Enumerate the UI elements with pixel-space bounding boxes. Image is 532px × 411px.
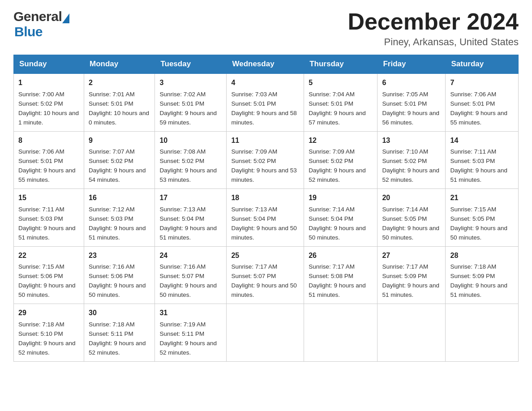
day-number: 20	[382, 193, 441, 204]
day-number: 8	[18, 135, 79, 146]
day-number: 17	[159, 193, 222, 204]
col-header-friday: Friday	[378, 55, 446, 74]
day-number: 10	[159, 135, 222, 146]
day-number: 11	[231, 135, 299, 146]
sunset-text: Sunset: 5:04 PM	[159, 215, 204, 222]
daylight-text: Daylight: 9 hours and 52 minutes.	[18, 340, 76, 356]
calendar-table: SundayMondayTuesdayWednesdayThursdayFrid…	[13, 55, 519, 361]
sunset-text: Sunset: 5:01 PM	[89, 100, 133, 107]
col-header-wednesday: Wednesday	[227, 55, 304, 74]
calendar-cell: 16Sunrise: 7:12 AMSunset: 5:03 PMDayligh…	[84, 189, 155, 246]
sunrise-text: Sunrise: 7:06 AM	[18, 148, 64, 155]
day-number: 29	[18, 308, 79, 319]
daylight-text: Daylight: 9 hours and 50 minutes.	[89, 282, 146, 298]
calendar-cell: 18Sunrise: 7:13 AMSunset: 5:04 PMDayligh…	[227, 189, 304, 246]
logo-blue-text: Blue	[14, 24, 43, 39]
calendar-cell: 30Sunrise: 7:18 AMSunset: 5:11 PMDayligh…	[84, 304, 155, 361]
day-number: 24	[159, 250, 222, 261]
logo-general-text: General	[13, 9, 62, 24]
day-number: 6	[382, 77, 441, 89]
col-header-saturday: Saturday	[446, 55, 519, 74]
page-title: December 2024	[348, 9, 519, 34]
calendar-cell: 25Sunrise: 7:17 AMSunset: 5:07 PMDayligh…	[227, 246, 304, 304]
sunrise-text: Sunrise: 7:16 AM	[159, 263, 206, 270]
day-number: 19	[309, 193, 373, 204]
sunset-text: Sunset: 5:04 PM	[231, 215, 276, 222]
page-subtitle: Piney, Arkansas, United States	[348, 36, 519, 48]
day-number: 26	[309, 250, 373, 261]
daylight-text: Daylight: 9 hours and 50 minutes.	[231, 225, 296, 241]
sunrise-text: Sunrise: 7:18 AM	[89, 321, 135, 328]
col-header-monday: Monday	[84, 55, 155, 74]
sunset-text: Sunset: 5:02 PM	[231, 158, 276, 164]
daylight-text: Daylight: 9 hours and 50 minutes.	[231, 282, 296, 298]
day-number: 16	[89, 193, 150, 204]
sunrise-text: Sunrise: 7:11 AM	[18, 206, 64, 213]
sunrise-text: Sunrise: 7:10 AM	[382, 148, 428, 155]
calendar-cell: 14Sunrise: 7:11 AMSunset: 5:03 PMDayligh…	[446, 131, 519, 188]
sunset-text: Sunset: 5:09 PM	[382, 273, 427, 279]
sunset-text: Sunset: 5:01 PM	[382, 100, 427, 107]
sunset-text: Sunset: 5:11 PM	[89, 330, 133, 337]
daylight-text: Daylight: 9 hours and 50 minutes.	[18, 282, 76, 298]
calendar-header-row: SundayMondayTuesdayWednesdayThursdayFrid…	[14, 55, 519, 74]
day-number: 23	[89, 250, 150, 261]
daylight-text: Daylight: 9 hours and 50 minutes.	[450, 225, 507, 241]
sunrise-text: Sunrise: 7:13 AM	[231, 206, 277, 213]
calendar-cell: 17Sunrise: 7:13 AMSunset: 5:04 PMDayligh…	[155, 189, 227, 246]
sunrise-text: Sunrise: 7:06 AM	[450, 91, 496, 98]
calendar-cell: 8Sunrise: 7:06 AMSunset: 5:01 PMDaylight…	[14, 131, 84, 188]
day-number: 25	[231, 250, 299, 261]
page-header: General Blue December 2024 Piney, Arkans…	[13, 9, 519, 48]
sunrise-text: Sunrise: 7:16 AM	[89, 263, 135, 270]
daylight-text: Daylight: 9 hours and 50 minutes.	[382, 225, 439, 241]
calendar-cell: 20Sunrise: 7:14 AMSunset: 5:05 PMDayligh…	[378, 189, 446, 246]
day-number: 21	[450, 193, 514, 204]
daylight-text: Daylight: 9 hours and 57 minutes.	[309, 110, 366, 126]
calendar-cell: 19Sunrise: 7:14 AMSunset: 5:04 PMDayligh…	[304, 189, 378, 246]
sunrise-text: Sunrise: 7:01 AM	[89, 91, 135, 98]
daylight-text: Daylight: 9 hours and 52 minutes.	[309, 167, 366, 183]
daylight-text: Daylight: 9 hours and 58 minutes.	[231, 110, 296, 126]
day-number: 9	[89, 135, 150, 146]
sunrise-text: Sunrise: 7:18 AM	[450, 263, 496, 270]
sunset-text: Sunset: 5:03 PM	[89, 215, 133, 222]
sunset-text: Sunset: 5:01 PM	[450, 100, 495, 107]
calendar-cell: 13Sunrise: 7:10 AMSunset: 5:02 PMDayligh…	[378, 131, 446, 188]
calendar-cell	[304, 304, 378, 361]
col-header-thursday: Thursday	[304, 55, 378, 74]
daylight-text: Daylight: 9 hours and 51 minutes.	[450, 282, 507, 298]
sunset-text: Sunset: 5:04 PM	[309, 215, 353, 222]
day-number: 30	[89, 308, 150, 319]
day-number: 2	[89, 77, 150, 89]
sunset-text: Sunset: 5:10 PM	[18, 330, 63, 337]
day-number: 12	[309, 135, 373, 146]
calendar-week-row: 8Sunrise: 7:06 AMSunset: 5:01 PMDaylight…	[14, 131, 519, 188]
calendar-cell: 26Sunrise: 7:17 AMSunset: 5:08 PMDayligh…	[304, 246, 378, 304]
sunset-text: Sunset: 5:01 PM	[231, 100, 276, 107]
daylight-text: Daylight: 9 hours and 56 minutes.	[382, 110, 439, 126]
logo: General Blue	[13, 9, 69, 39]
sunset-text: Sunset: 5:06 PM	[18, 273, 63, 279]
calendar-cell: 31Sunrise: 7:19 AMSunset: 5:11 PMDayligh…	[155, 304, 227, 361]
col-header-sunday: Sunday	[14, 55, 84, 74]
calendar-cell	[227, 304, 304, 361]
daylight-text: Daylight: 9 hours and 51 minutes.	[18, 225, 76, 241]
calendar-cell: 23Sunrise: 7:16 AMSunset: 5:06 PMDayligh…	[84, 246, 155, 304]
calendar-cell: 15Sunrise: 7:11 AMSunset: 5:03 PMDayligh…	[14, 189, 84, 246]
calendar-cell: 11Sunrise: 7:09 AMSunset: 5:02 PMDayligh…	[227, 131, 304, 188]
calendar-cell: 24Sunrise: 7:16 AMSunset: 5:07 PMDayligh…	[155, 246, 227, 304]
sunrise-text: Sunrise: 7:07 AM	[89, 148, 135, 155]
calendar-cell	[446, 304, 519, 361]
day-number: 18	[231, 193, 299, 204]
day-number: 14	[450, 135, 514, 146]
sunrise-text: Sunrise: 7:15 AM	[450, 206, 496, 213]
sunrise-text: Sunrise: 7:13 AM	[159, 206, 206, 213]
calendar-week-row: 29Sunrise: 7:18 AMSunset: 5:10 PMDayligh…	[14, 304, 519, 361]
daylight-text: Daylight: 9 hours and 52 minutes.	[89, 340, 146, 356]
day-number: 1	[18, 77, 79, 89]
sunrise-text: Sunrise: 7:18 AM	[18, 321, 64, 328]
day-number: 27	[382, 250, 441, 261]
title-block: December 2024 Piney, Arkansas, United St…	[348, 9, 519, 48]
calendar-cell: 22Sunrise: 7:15 AMSunset: 5:06 PMDayligh…	[14, 246, 84, 304]
